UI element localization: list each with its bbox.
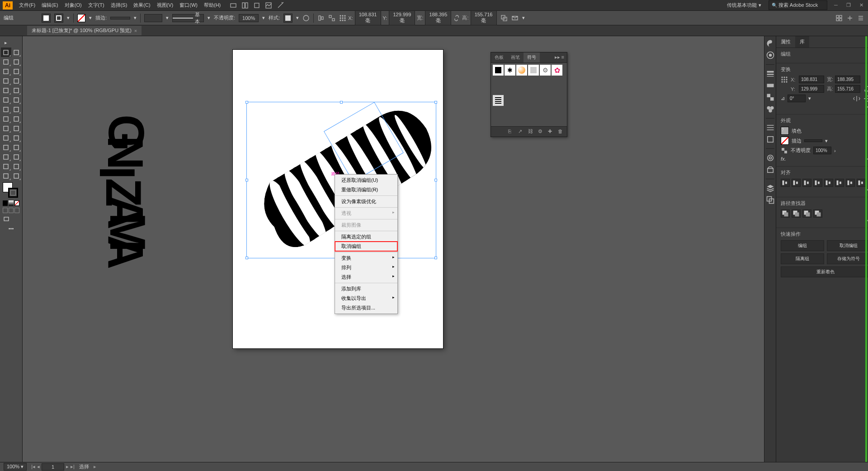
no-fill-icon[interactable] [77,14,85,22]
canvas[interactable]: GNIZAMA [23,36,764,462]
rotate-tool[interactable] [1,105,11,114]
symbol-lib-icon[interactable]: ⎘ [508,128,515,135]
magic-wand-tool[interactable] [1,57,11,67]
prop-x-field[interactable]: 108.831 [799,76,824,83]
gradient-mode[interactable] [9,200,14,206]
appearance-panel-icon[interactable] [766,123,775,132]
perspective-grid-tool[interactable] [11,124,22,133]
adobe-stock-search[interactable]: 🔍 搜索 Adobe Stock [769,0,827,10]
envelope-icon[interactable] [511,14,519,22]
prop-angle-field[interactable]: 0° [788,95,806,102]
stroke-panel-icon[interactable] [766,69,775,78]
align-panel-icon[interactable] [317,14,325,22]
symbol-thumb[interactable]: ⚙ [540,65,551,76]
zoom-field[interactable]: 100% ▾ [4,463,27,471]
shape-builder-tool[interactable] [1,124,11,133]
stroke-swatch-prop[interactable] [781,137,789,145]
menu-文件[interactable]: 文件(F) [16,1,38,10]
slice-tool[interactable] [11,162,22,171]
width-tool[interactable] [1,114,11,124]
inside-draw-mode[interactable] [14,208,19,213]
fx-label[interactable]: fx. [781,156,786,162]
menu-对象[interactable]: 对象(O) [62,1,85,10]
ctx-收集以导出[interactable]: 收集以导出 [335,294,397,303]
libraries-icon[interactable] [766,165,775,174]
prop-w-field[interactable]: 188.395 [835,76,860,83]
screen-mode[interactable] [1,214,11,224]
ctx-取消编组[interactable]: 取消编组 [335,242,397,251]
opacity-field[interactable]: 100% [239,14,259,22]
pathfinder-unite-icon[interactable] [781,209,790,218]
close-tab-icon[interactable]: × [134,28,137,33]
ctx-隔离选定的组[interactable]: 隔离选定的组 [335,232,397,242]
flip-h-icon[interactable] [853,95,860,102]
align-top-icon[interactable] [813,179,822,187]
qa-ungroup[interactable]: 取消编组 [827,240,868,251]
mesh-tool[interactable] [1,133,11,143]
prop-h-field[interactable]: 155.716 [835,85,860,93]
line-segment-tool[interactable] [11,76,22,86]
tab-libraries[interactable]: 库 [795,36,809,48]
ctx-排列[interactable]: 排列 [335,263,397,272]
stroke-dropdown[interactable]: ▾ [67,15,70,21]
direct-selection-tool[interactable] [11,48,22,57]
transform-panel-icon[interactable] [328,14,335,22]
stroke-weight-field[interactable] [110,17,130,19]
symtab-swatches[interactable]: 色板 [491,52,507,62]
curvature-tool[interactable] [11,67,22,76]
free-transform-tool[interactable] [11,114,22,124]
scale-tool[interactable] [11,105,22,114]
stroke-profile[interactable]: 基本 [172,14,204,22]
align-vcenter-icon[interactable] [824,179,833,187]
behind-draw-mode[interactable] [9,208,14,213]
gradient-tool[interactable] [11,133,22,143]
ctx-导出所选项目...[interactable]: 导出所选项目... [335,303,397,313]
layers-panel-icon[interactable] [766,184,775,193]
close-icon[interactable]: ✕ [857,2,865,9]
delete-symbol-icon[interactable]: 🗑 [558,128,565,135]
ctx-重做取消编组(R)[interactable]: 重做取消编组(R) [335,185,397,195]
ref-point-icon[interactable] [781,76,788,83]
qa-recolor[interactable]: 重新着色 [781,266,868,277]
menu-视图[interactable]: 视图(V) [154,1,176,10]
ctx-添加到库[interactable]: 添加到库 [335,284,397,294]
color-guide-icon[interactable] [766,51,775,60]
stroke-weight-stepper[interactable]: ▾ [134,15,137,21]
menu-帮助[interactable]: 帮助(H) [201,1,223,10]
panel-menu-icon[interactable] [857,14,864,22]
pathfinder-exclude-icon[interactable] [813,209,822,218]
transparency-panel-icon[interactable] [766,93,775,102]
prop-y-field[interactable]: 129.999 [799,85,824,93]
ctx-设为像素级优化[interactable]: 设为像素级优化 [335,197,397,206]
align-right-icon[interactable] [802,179,811,187]
symbol-thumb[interactable]: ✱ [505,65,515,76]
stock-icon[interactable] [265,2,272,9]
lasso-tool[interactable] [11,57,22,67]
column-graph-tool[interactable] [11,152,22,162]
workspace-switcher[interactable]: 传统基本功能▾ [724,1,764,10]
menu-选择[interactable]: 选择(S) [108,1,130,10]
menu-窗口[interactable]: 窗口(W) [177,1,200,10]
graphic-style-swatch[interactable] [283,14,292,23]
brush-swatch[interactable] [144,14,162,22]
rectangle-tool[interactable] [1,86,11,95]
symbol-thumb[interactable] [528,65,539,76]
w-field[interactable]: 188.395 毫 [425,10,451,25]
graphic-styles-icon[interactable] [766,135,775,144]
eraser-tool[interactable] [11,95,22,105]
fill-stroke-wells[interactable] [3,182,18,198]
menu-编辑[interactable]: 编辑(E) [39,1,61,10]
pathfinder-minus-front-icon[interactable] [792,209,801,218]
qa-group[interactable]: 编组 [781,240,824,251]
ctx-选择[interactable]: 选择 [335,272,397,282]
eyedropper-tool[interactable] [1,143,11,152]
color-panel-icon[interactable] [766,39,775,48]
pathfinder-intersect-icon[interactable] [802,209,811,218]
artboard-nav[interactable]: |◂◂1▸▸| [31,463,75,471]
normal-draw-mode[interactable] [3,208,8,213]
ctx-变换[interactable]: 变换 [335,253,397,263]
edit-toolbar[interactable]: ••• [1,224,21,233]
zoom-tool[interactable] [11,171,22,181]
x-field[interactable]: 108.831 毫 [355,10,381,25]
symbol-sprayer-tool[interactable] [1,152,11,162]
